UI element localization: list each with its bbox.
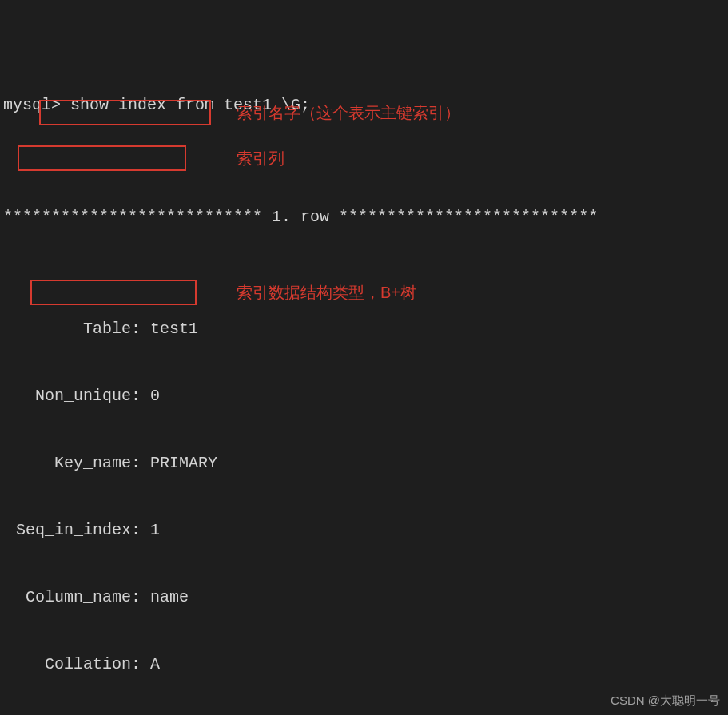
field-row: Key_name: PRIMARY: [3, 452, 725, 475]
field-label: Seq_in_index: [3, 519, 131, 542]
row-separator-1: *************************** 1. row *****…: [3, 206, 725, 228]
field-label: Collation: [3, 653, 131, 676]
field-value: 1: [150, 519, 160, 542]
annotation-column-name: 索引列: [237, 148, 284, 169]
prompt: mysql>: [3, 96, 70, 114]
field-row: Collation: A: [3, 653, 725, 676]
field-label: Table: [3, 318, 131, 340]
field-row: Table: test1: [3, 318, 725, 340]
field-value: 0: [150, 385, 160, 407]
field-value: PRIMARY: [150, 452, 217, 475]
field-value: name: [150, 586, 189, 609]
field-value: A: [150, 653, 160, 676]
field-label: Column_name: [3, 586, 131, 609]
field-row: Non_unique: 0: [3, 385, 725, 407]
annotation-index-type: 索引数据结构类型，B+树: [237, 282, 416, 304]
field-label: Non_unique: [3, 385, 131, 407]
field-row: Seq_in_index: 1: [3, 519, 725, 542]
field-value: test1: [150, 318, 198, 340]
field-label: Key_name: [3, 452, 131, 475]
field-row: Column_name: name: [3, 586, 725, 609]
annotation-key-name: 索引名字（这个表示主键索引）: [237, 102, 460, 124]
watermark: CSDN @大聪明一号: [611, 693, 720, 709]
